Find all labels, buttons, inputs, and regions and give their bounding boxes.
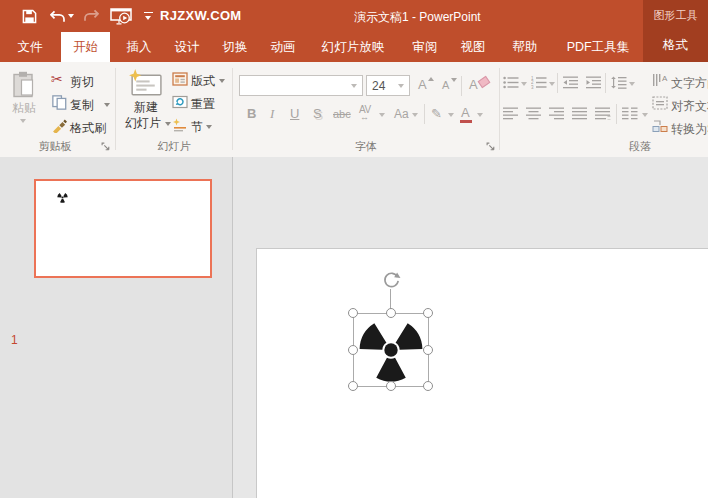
bold-button[interactable]: B bbox=[247, 106, 256, 121]
justify-icon[interactable] bbox=[572, 107, 588, 120]
font-color-button[interactable]: A bbox=[461, 105, 470, 120]
format-painter-button[interactable]: 格式刷 bbox=[70, 120, 106, 137]
selection-handle-left[interactable] bbox=[348, 345, 358, 355]
increase-indent-icon[interactable] bbox=[586, 76, 602, 89]
tab-review[interactable]: 审阅 bbox=[405, 32, 445, 62]
cut-button[interactable]: 剪切 bbox=[70, 74, 94, 91]
font-color-caret[interactable] bbox=[477, 113, 483, 117]
new-slide-button-line2[interactable]: 幻灯片 bbox=[118, 115, 168, 132]
new-slide-caret[interactable] bbox=[165, 122, 171, 126]
text-direction-button[interactable]: 文字方向 bbox=[671, 75, 708, 92]
tab-file[interactable]: 文件 bbox=[10, 32, 50, 62]
numbering-icon[interactable]: 123 bbox=[531, 76, 547, 89]
font-size-caret[interactable] bbox=[398, 84, 404, 88]
save-icon[interactable] bbox=[22, 9, 37, 24]
selection-handle-bottom[interactable] bbox=[386, 381, 396, 391]
selection-handle-bottom-right[interactable] bbox=[423, 381, 433, 391]
underline-button[interactable]: U bbox=[290, 106, 299, 121]
selection-handle-top[interactable] bbox=[386, 308, 396, 318]
font-dialog-launcher-icon[interactable] bbox=[486, 142, 496, 152]
section-icon[interactable] bbox=[172, 118, 188, 132]
text-shadow-button[interactable]: S bbox=[313, 106, 322, 121]
paste-button[interactable]: 粘贴 bbox=[6, 100, 42, 117]
columns-icon[interactable] bbox=[622, 107, 638, 120]
text-highlight-caret[interactable] bbox=[448, 113, 454, 117]
undo-dropdown-caret[interactable] bbox=[68, 14, 74, 18]
grow-font-button[interactable]: A bbox=[418, 77, 427, 92]
shape-selection-box[interactable] bbox=[353, 313, 429, 387]
tab-transitions[interactable]: 切换 bbox=[215, 32, 255, 62]
font-size-combobox[interactable]: 24 bbox=[366, 75, 410, 96]
shrink-font-arrow-icon bbox=[451, 78, 457, 82]
paste-icon[interactable] bbox=[12, 71, 34, 98]
align-text-button[interactable]: 对齐文本 bbox=[671, 98, 708, 115]
reset-button[interactable]: 重置 bbox=[191, 96, 215, 113]
clear-formatting-eraser-icon bbox=[478, 76, 491, 88]
font-group-label: 字体 bbox=[233, 139, 499, 154]
start-slideshow-icon[interactable] bbox=[110, 8, 133, 25]
cut-icon[interactable]: ✂ bbox=[51, 71, 63, 87]
line-spacing-icon[interactable] bbox=[611, 76, 627, 89]
font-name-combobox[interactable] bbox=[239, 75, 363, 96]
italic-button[interactable]: I bbox=[270, 106, 274, 122]
strikethrough-button[interactable]: abc bbox=[333, 108, 351, 120]
qat-customize-caret[interactable] bbox=[145, 16, 151, 20]
selection-handle-top-left[interactable] bbox=[348, 308, 358, 318]
columns-caret[interactable] bbox=[642, 113, 648, 117]
numbering-caret[interactable] bbox=[549, 82, 555, 86]
character-spacing-caret[interactable] bbox=[379, 113, 385, 117]
new-slide-button[interactable]: 新建 bbox=[121, 99, 171, 116]
section-button[interactable]: 节 bbox=[191, 119, 203, 136]
format-painter-icon[interactable] bbox=[52, 118, 67, 133]
copy-icon[interactable] bbox=[52, 95, 67, 110]
convert-smartart-button[interactable]: 转换为SmartArt bbox=[671, 121, 708, 138]
change-case-caret[interactable] bbox=[412, 113, 418, 117]
selection-handle-right[interactable] bbox=[423, 345, 433, 355]
shrink-font-button[interactable]: A bbox=[442, 79, 449, 91]
font-name-caret[interactable] bbox=[351, 84, 357, 88]
clear-formatting-button[interactable]: A bbox=[469, 77, 478, 92]
align-center-icon[interactable] bbox=[526, 107, 542, 120]
paste-caret[interactable] bbox=[20, 119, 26, 123]
title-bar: RJZXW.COM 演示文稿1 - PowerPoint bbox=[0, 0, 708, 32]
section-caret[interactable] bbox=[206, 125, 212, 129]
tab-animations[interactable]: 动画 bbox=[263, 32, 303, 62]
layout-button[interactable]: 版式 bbox=[191, 73, 215, 90]
selection-handle-top-right[interactable] bbox=[423, 308, 433, 318]
radiation-shape[interactable] bbox=[358, 317, 424, 383]
line-spacing-caret[interactable] bbox=[629, 82, 635, 86]
undo-icon[interactable] bbox=[50, 10, 66, 23]
tab-pdf-tools[interactable]: PDF工具集 bbox=[557, 32, 639, 62]
distribute-icon[interactable] bbox=[595, 107, 611, 120]
copy-button[interactable]: 复制 bbox=[70, 97, 94, 114]
align-text-icon[interactable] bbox=[652, 96, 668, 110]
tab-view[interactable]: 视图 bbox=[453, 32, 493, 62]
change-case-button[interactable]: Aa bbox=[394, 107, 409, 121]
slide[interactable] bbox=[256, 248, 708, 498]
tab-design[interactable]: 设计 bbox=[167, 32, 207, 62]
layout-icon[interactable] bbox=[172, 72, 188, 86]
group-separator bbox=[232, 68, 233, 150]
layout-caret[interactable] bbox=[219, 79, 225, 83]
decrease-indent-icon[interactable] bbox=[563, 76, 579, 89]
selection-handle-bottom-left[interactable] bbox=[348, 381, 358, 391]
text-direction-icon[interactable]: A bbox=[652, 73, 668, 87]
align-right-icon[interactable] bbox=[549, 107, 565, 120]
copy-caret[interactable] bbox=[104, 103, 110, 107]
tab-help[interactable]: 帮助 bbox=[505, 32, 545, 62]
tab-insert[interactable]: 插入 bbox=[119, 32, 159, 62]
bullets-caret[interactable] bbox=[521, 82, 527, 86]
qat-customize-icon[interactable] bbox=[144, 12, 153, 13]
clipboard-dialog-launcher-icon[interactable] bbox=[101, 142, 111, 152]
slide-thumbnail[interactable] bbox=[34, 179, 212, 278]
new-slide-icon[interactable] bbox=[127, 69, 164, 98]
tab-slideshow[interactable]: 幻灯片放映 bbox=[311, 32, 395, 62]
rotate-handle-icon[interactable] bbox=[382, 270, 401, 289]
tab-home[interactable]: 开始 bbox=[61, 32, 110, 62]
reset-slide-icon[interactable] bbox=[172, 95, 188, 109]
tab-format[interactable]: 格式 bbox=[643, 37, 708, 54]
convert-smartart-icon[interactable] bbox=[652, 119, 668, 133]
bullets-icon[interactable] bbox=[503, 76, 519, 89]
align-left-icon[interactable] bbox=[503, 107, 519, 120]
text-highlight-icon[interactable]: ✎ bbox=[431, 106, 442, 121]
